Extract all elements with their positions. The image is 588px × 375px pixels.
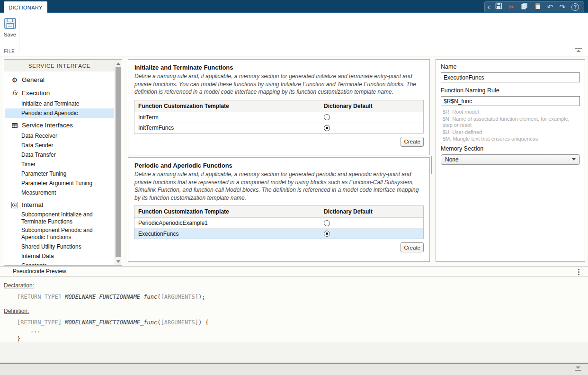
sidebar-item-data-sender[interactable]: Data Sender	[5, 141, 114, 150]
function-template-table: Function Customization Template Dictiona…	[134, 100, 424, 134]
undo-icon[interactable]: ↶	[547, 3, 553, 10]
titlebar: DICTIONARY ‹ ✂	[0, 0, 588, 13]
function-naming-rule-label: Function Naming Rule	[441, 87, 580, 94]
dictionary-default-radio[interactable]	[324, 231, 330, 237]
internal-icon	[11, 201, 18, 209]
save-icon[interactable]	[495, 2, 502, 11]
paste-icon[interactable]	[534, 2, 541, 11]
sidebar-item-measurement[interactable]: Measurement	[5, 188, 114, 197]
sidebar-tree: ⚙ General fx Execution Initialize and Te…	[5, 72, 114, 265]
redo-icon[interactable]: ↷	[559, 3, 565, 10]
grid-icon	[11, 122, 18, 129]
collapse-toolstrip-icon[interactable]	[575, 48, 582, 52]
section-description: Define a naming rule and, if applicable,…	[134, 170, 423, 202]
sidebar-item-initialize-and-terminate[interactable]: Initialize and Terminate	[5, 99, 114, 108]
copy-icon[interactable]	[521, 2, 528, 11]
scroll-up-icon[interactable]	[115, 60, 121, 67]
sidebar-item-parameter-tuning[interactable]: Parameter Tuning	[5, 169, 114, 179]
naming-rule-hints: $R: Root model $N: Name of associated fu…	[443, 109, 580, 143]
sidebar-header: SERVICE INTERFACE	[4, 60, 115, 71]
chevron-down-icon	[572, 158, 576, 161]
sidebar-item-constants[interactable]: Constants	[5, 261, 114, 265]
sidebar-item-shared-utility-functions[interactable]: Shared Utility Functions	[5, 242, 114, 251]
sidebar-item-timer[interactable]: Timer	[5, 160, 114, 169]
pseudocode-preview-header: Pseudocode Preview	[0, 266, 588, 277]
sidebar-item-execution[interactable]: fx Execution	[5, 87, 114, 99]
save-button-label: Save	[3, 32, 17, 37]
general-icon: ⚙	[11, 76, 18, 84]
save-floppy-icon	[4, 22, 16, 30]
overflow-menu-icon[interactable]	[577, 268, 580, 276]
pseudocode-preview-title: Pseudocode Preview	[13, 268, 66, 275]
function-icon: fx	[11, 89, 18, 97]
panel-splitter-handle[interactable]	[431, 156, 432, 174]
name-input[interactable]	[441, 72, 580, 82]
toolstrip: Save FILE	[0, 13, 588, 56]
section-title: Initialize and Terminate Functions	[134, 64, 423, 71]
periodic-aperiodic-functions-section: Periodic and Aperiodic Functions Define …	[128, 157, 430, 262]
memory-section-label: Memory Section	[441, 145, 580, 152]
file-section-label: FILE	[4, 49, 15, 54]
table-row[interactable]: InitTermFuncs	[134, 123, 423, 133]
dictionary-default-radio[interactable]	[324, 114, 330, 120]
table-row[interactable]: PeriodicAperiodicExample1	[134, 218, 423, 228]
create-button[interactable]: Create	[401, 137, 424, 147]
name-label: Name	[441, 63, 580, 70]
section-description: Define a naming rule and, if applicable,…	[134, 72, 423, 96]
toolstrip-section-divider	[19, 16, 19, 53]
function-template-table: Function Customization Template Dictiona…	[134, 205, 424, 239]
sidebar-item-service-interfaces[interactable]: Service Interfaces	[5, 119, 114, 131]
sidebar-item-parameter-argument-tuning[interactable]: Parameter Argument Tuning	[5, 179, 114, 188]
help-icon[interactable]: ?	[571, 3, 579, 11]
bottom-statusbar	[0, 364, 588, 375]
sidebar-item-general[interactable]: ⚙ General	[5, 74, 114, 86]
section-title: Periodic and Aperiodic Functions	[134, 162, 423, 169]
memory-section-dropdown[interactable]: None	[441, 154, 580, 165]
table-row[interactable]: InitTerm	[134, 112, 423, 123]
pseudocode-preview-body: Declaration: [RETURN_TYPE] MODELNAME_FUN…	[0, 277, 588, 342]
declaration-code: [RETURN_TYPE] MODELNAME_FUNCTIONNAME_fun…	[17, 293, 588, 301]
sidebar-item-internal[interactable]: Internal	[5, 199, 114, 211]
quick-access-toolbar: ‹ ✂	[484, 1, 584, 12]
service-interface-sidebar: SERVICE INTERFACE ⚙ General fx Execution…	[4, 59, 122, 266]
sidebar-item-subcomponent-init-terminate[interactable]: Subcomponent Initialize and Terminate Fu…	[5, 211, 114, 226]
sidebar-item-data-receiver[interactable]: Data Receiver	[5, 131, 114, 141]
function-naming-rule-input[interactable]	[441, 96, 580, 106]
table-header-row: Function Customization Template Dictiona…	[134, 206, 423, 218]
scrollbar-thumb[interactable]	[116, 67, 121, 257]
create-button[interactable]: Create	[401, 242, 424, 252]
property-inspector-panel: Name Function Naming Rule $R: Root model…	[436, 59, 585, 262]
collapse-panel-icon[interactable]	[575, 366, 581, 371]
sidebar-item-internal-data[interactable]: Internal Data	[5, 251, 114, 261]
cut-icon[interactable]: ✂	[508, 3, 515, 11]
tab-dictionary[interactable]: DICTIONARY	[4, 1, 47, 13]
declaration-label: Declaration:	[4, 282, 588, 289]
embedded-coder-dictionary-window: DICTIONARY ‹ ✂	[0, 0, 588, 375]
bottom-spacer	[0, 342, 588, 363]
definition-code: [RETURN_TYPE] MODELNAME_FUNCTIONNAME_fun…	[17, 319, 588, 343]
sidebar-scrollbar[interactable]	[115, 60, 121, 265]
chevron-left-icon[interactable]: ‹	[488, 3, 490, 11]
dictionary-default-radio[interactable]	[324, 125, 330, 131]
init-terminate-functions-section: Initialize and Terminate Functions Defin…	[128, 59, 430, 155]
dictionary-default-radio[interactable]	[324, 220, 330, 226]
table-row-selected[interactable]: ExecutionFuncs	[134, 228, 423, 239]
sidebar-item-subcomponent-periodic-aperiodic[interactable]: Subcomponent Periodic and Aperiodic Func…	[5, 226, 114, 242]
scroll-down-icon[interactable]	[115, 258, 121, 265]
definition-label: Definition:	[4, 308, 588, 314]
sidebar-item-data-transfer[interactable]: Data Transfer	[5, 150, 114, 160]
table-header-row: Function Customization Template Dictiona…	[134, 100, 423, 112]
sidebar-item-periodic-and-aperiodic[interactable]: Periodic and Aperiodic	[5, 108, 114, 118]
save-button[interactable]: Save	[3, 18, 17, 37]
